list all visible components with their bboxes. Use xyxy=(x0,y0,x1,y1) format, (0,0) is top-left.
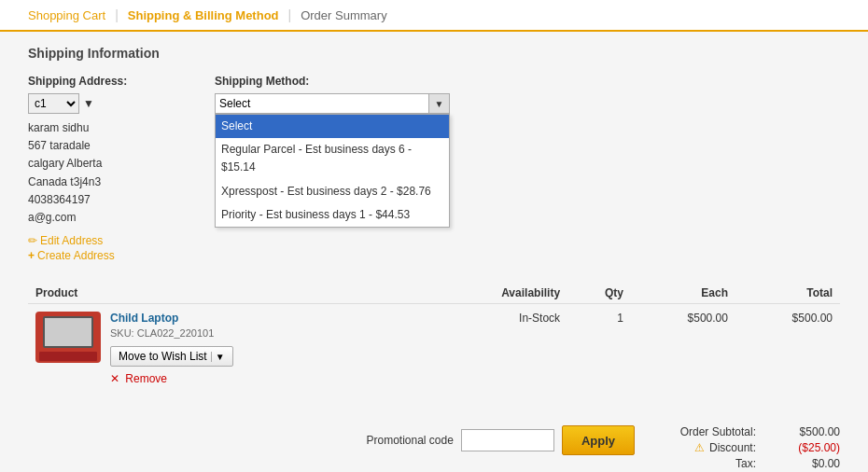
promo-input[interactable] xyxy=(461,429,554,451)
apply-button[interactable]: Apply xyxy=(562,425,635,455)
discount-warning-icon: ⚠ xyxy=(694,441,705,454)
shipping-address-section: Shipping Address: c1 ▼ karam sidhu 567 t… xyxy=(28,75,177,264)
remove-label: Remove xyxy=(125,372,167,385)
shipping-option-select[interactable]: Select xyxy=(216,115,449,138)
qty-cell: 1 xyxy=(567,304,631,394)
availability-cell: In-Stock xyxy=(428,304,567,394)
product-cell: Child Laptop SKU: CLA022_220101 Move to … xyxy=(28,304,428,393)
nav-order-summary: Order Summary xyxy=(301,8,386,22)
edit-address-link[interactable]: ✏Edit Address xyxy=(28,234,177,247)
laptop-base xyxy=(39,352,97,361)
plus-icon: + xyxy=(28,249,35,262)
remove-link[interactable]: ✕ Remove xyxy=(110,372,233,385)
subtotal-row: Order Subtotal: $500.00 xyxy=(653,425,840,438)
subtotal-value: $500.00 xyxy=(784,425,840,438)
shipping-method-section: Shipping Method: ▼ Select Regular Parcel… xyxy=(215,75,450,264)
product-image xyxy=(35,312,101,363)
address-select[interactable]: c1 xyxy=(28,93,79,114)
nav-shopping-cart[interactable]: Shopping Cart xyxy=(28,8,105,22)
create-address-link[interactable]: +Create Address xyxy=(28,249,177,262)
separator-2: | xyxy=(288,7,292,22)
laptop-screen xyxy=(43,316,93,348)
col-availability: Availability xyxy=(428,283,567,304)
shipping-method-label: Shipping Method: xyxy=(215,75,450,88)
product-details: Child Laptop SKU: CLA022_220101 Move to … xyxy=(110,312,233,385)
shipping-method-arrow-icon: ▼ xyxy=(429,93,450,114)
nav-shipping-billing: Shipping & Billing Method xyxy=(128,8,279,22)
discount-label: ⚠ Discount: xyxy=(653,441,756,454)
pencil-icon: ✏ xyxy=(28,234,37,247)
product-table: Product Availability Qty Each Total xyxy=(28,283,840,393)
product-sku: SKU: CLA022_220101 xyxy=(110,327,233,339)
order-summary: Order Subtotal: $500.00 ⚠ Discount: ($25… xyxy=(653,425,840,472)
shipping-option-priority[interactable]: Priority - Est business days 1 - $44.53 xyxy=(216,203,449,227)
move-wish-list-label: Move to Wish List xyxy=(119,350,207,363)
address-street: 567 taradale xyxy=(28,137,177,155)
address-city-province: calgary Alberta xyxy=(28,155,177,173)
move-wish-list-button[interactable]: Move to Wish List ▼ xyxy=(110,346,233,367)
edit-links: ✏Edit Address +Create Address xyxy=(28,234,177,262)
shipping-method-input[interactable] xyxy=(215,93,429,114)
separator-1: | xyxy=(115,7,119,22)
tax-label: Tax: xyxy=(653,457,756,470)
col-total: Total xyxy=(735,283,840,304)
address-phone: 4038364197 xyxy=(28,191,177,209)
each-cell: $500.00 xyxy=(631,304,735,394)
col-product: Product xyxy=(28,283,428,304)
total-cell: $500.00 xyxy=(735,304,840,394)
shipping-method-dropdown: Select Regular Parcel - Est business day… xyxy=(215,114,450,228)
move-wish-arrow-icon: ▼ xyxy=(211,352,225,362)
discount-value: ($25.00) xyxy=(784,441,840,454)
product-name-link[interactable]: Child Laptop xyxy=(110,312,178,325)
bottom-section: Promotional code Apply Order Subtotal: $… xyxy=(28,411,840,472)
address-email: a@g.com xyxy=(28,209,177,227)
shipping-info-row: Shipping Address: c1 ▼ karam sidhu 567 t… xyxy=(28,75,840,264)
col-each: Each xyxy=(631,283,735,304)
address-name: karam sidhu xyxy=(28,119,177,137)
page-title: Shipping Information xyxy=(28,46,840,61)
laptop-screen-inner xyxy=(45,318,91,346)
table-row: Child Laptop SKU: CLA022_220101 Move to … xyxy=(28,304,840,394)
promo-label: Promotional code xyxy=(366,434,453,447)
discount-row: ⚠ Discount: ($25.00) xyxy=(653,441,840,454)
address-select-row: c1 ▼ xyxy=(28,93,177,114)
tax-row: Tax: $0.00 xyxy=(653,457,840,470)
shipping-address-label: Shipping Address: xyxy=(28,75,177,88)
shipping-option-xpresspost[interactable]: Xpresspost - Est business days 2 - $28.7… xyxy=(216,180,449,203)
breadcrumb-nav: Shopping Cart | Shipping & Billing Metho… xyxy=(0,0,868,32)
address-country-postal: Canada t3j4n3 xyxy=(28,174,177,191)
dropdown-arrow-icon: ▼ xyxy=(83,97,94,110)
tax-value: $0.00 xyxy=(784,457,840,470)
shipping-method-wrapper: ▼ Select Regular Parcel - Est business d… xyxy=(215,93,450,114)
col-qty: Qty xyxy=(567,283,631,304)
main-content: Shipping Information Shipping Address: c… xyxy=(0,32,868,472)
promo-section: Promotional code Apply xyxy=(366,425,635,455)
shipping-option-regular[interactable]: Regular Parcel - Est business days 6 - $… xyxy=(216,138,449,179)
remove-x-icon: ✕ xyxy=(110,372,119,385)
subtotal-label: Order Subtotal: xyxy=(653,425,756,438)
